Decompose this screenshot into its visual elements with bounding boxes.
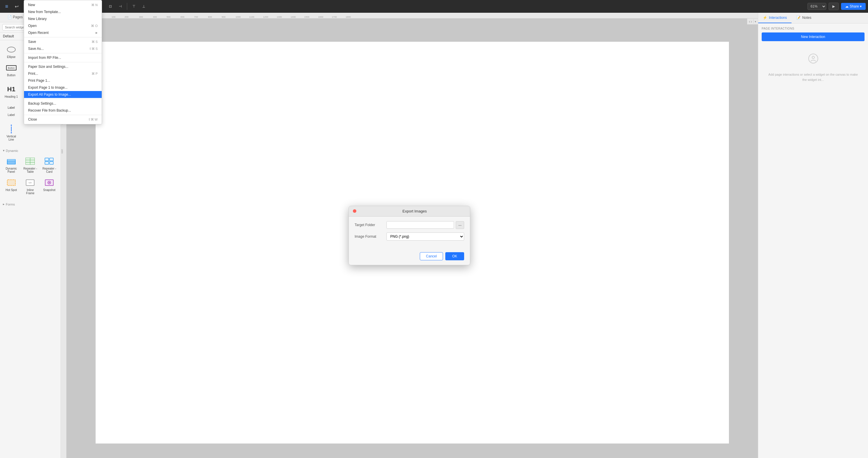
center-align[interactable]: ⊡ [106,2,115,11]
interactions-icon: ⚡ [763,16,767,20]
cancel-button[interactable]: Cancel [420,252,443,260]
dynamic-section-header[interactable]: ▾ Dynamic [0,148,61,154]
forms-section-label: Forms [6,203,15,206]
new-interaction-button[interactable]: New Interaction [762,32,865,41]
menu-item-close[interactable]: Close ⇧⌘ W [24,116,102,123]
play-button[interactable]: ▶ [829,3,839,10]
svg-rect-9 [45,158,49,161]
interactions-empty-state: Add page interactions or select a widget… [762,41,865,94]
svg-point-18 [49,182,50,183]
right-align[interactable]: ⊣ [116,2,125,11]
widget-label[interactable]: Label Label [2,101,20,121]
modal-close-button[interactable] [353,209,356,213]
interactions-empty-icon [768,53,859,69]
menu-item-new-from-template[interactable]: New from Template... [24,8,102,16]
widget-inline-frame[interactable]: </> Inline Frame [22,176,39,196]
tab-notes[interactable]: 📝 Notes [792,13,816,23]
target-folder-input[interactable] [386,221,454,229]
interactions-empty-text: Add page interactions or select a widget… [768,72,859,82]
menu-sep-2 [24,53,102,53]
modal-titlebar: Export Images [349,206,470,217]
menu-item-open-recent[interactable]: Open Recent [24,29,102,36]
toolbar-right: 61%50%61%75%100%150%200% ▶ ☁ Share ▾ [150,3,866,10]
menu-item-close-shortcut: ⇧⌘ W [88,118,98,121]
image-format-row: Image Format PNG (*.png) JPG (*.jpg) BMP… [354,233,464,241]
modal-body: Target Folder ··· Image Format PNG (*.pn… [349,217,470,249]
interactions-section: PAGE INTERACTIONS New Interaction Add pa… [758,24,868,97]
menu-item-new[interactable]: New ⌘ N [24,1,102,8]
browse-button[interactable]: ··· [456,221,464,229]
top-align[interactable]: ⊤ [129,2,138,11]
forms-section-header[interactable]: ▸ Forms [0,201,61,207]
menu-item-import-rp-label: Import from RP File... [28,56,61,60]
forms-widget-section: ▸ Forms [0,200,61,209]
menu-item-save-as[interactable]: Save As... ⇧⌘ S [24,45,102,52]
image-format-select[interactable]: PNG (*.png) JPG (*.jpg) BMP (*.bmp) SVG … [386,233,464,241]
widget-dynamic-panel[interactable]: Dynamic Panel [2,155,20,175]
menu-item-export-all-label: Export All Pages to Image... [28,92,71,96]
right-sidebar: ⚡ Interactions 📝 Notes PAGE INTERACTIONS… [758,13,868,458]
play-icon: ▶ [832,4,835,8]
notes-icon: 📝 [796,16,801,20]
widget-hot-spot[interactable]: Hot Spot [2,176,20,196]
widget-ellipse[interactable]: Ellipse [2,43,20,60]
dynamic-section-label: Dynamic [6,149,18,152]
page-interactions-title: PAGE INTERACTIONS [762,27,865,30]
widget-repeater-table[interactable]: Repeater - Table [22,155,39,175]
chevron-icon: ▾ [3,149,5,152]
menu-item-print[interactable]: Print... ⌘ P [24,70,102,77]
menu-item-save-as-label: Save As... [28,47,44,51]
tab-interactions[interactable]: ⚡ Interactions [758,13,792,23]
share-label: Share ▾ [850,4,862,8]
modal-title: Export Images [363,209,466,213]
undo-button[interactable]: ↩ [12,2,21,11]
widget-snapshot[interactable]: Snapshot [40,176,58,196]
menu-item-print-shortcut: ⌘ P [92,72,98,75]
target-folder-row: Target Folder ··· [354,221,464,229]
menu-item-new-shortcut: ⌘ N [91,3,98,7]
svg-rect-12 [50,161,53,164]
menu-sep-1 [24,37,102,37]
svg-rect-11 [45,161,49,164]
share-button[interactable]: ☁ Share ▾ [841,3,866,10]
menu-item-export-page-label: Export Page 1 to Image... [28,86,67,90]
menu-item-print-label: Print... [28,71,38,75]
widget-button[interactable]: Button Button [2,61,20,82]
menu-item-open-label: Open [28,24,36,28]
widget-vertical-line[interactable]: Vertical Line [2,123,20,143]
middle-align[interactable]: ⊥ [140,2,148,11]
ok-button[interactable]: OK [445,252,464,260]
widget-heading1[interactable]: H1 Heading 1 [2,83,20,100]
menu-item-save-as-shortcut: ⇧⌘ S [89,47,98,51]
dynamic-widget-grid: Dynamic Panel Repeater - Table [0,154,61,198]
menu-item-new-from-template-label: New from Template... [28,10,61,14]
menu-item-open-recent-label: Open Recent [28,31,49,35]
toolbar-sep-1 [23,3,24,10]
menu-item-open-shortcut: ⌘ O [91,24,98,28]
menu-item-export-page[interactable]: Export Page 1 to Image... [24,84,102,91]
export-images-dialog: Export Images Target Folder ··· Image Fo… [348,206,470,265]
menu-item-recover-backup[interactable]: Recover File from Backup... [24,107,102,114]
svg-point-20 [812,56,814,59]
svg-rect-10 [50,158,53,161]
menu-item-backup-settings-label: Backup Settings... [28,101,56,105]
menu-item-save-label: Save [28,40,36,44]
zoom-selector[interactable]: 61%50%61%75%100%150%200% [807,3,826,10]
menu-item-new-library[interactable]: New Library [24,16,102,22]
pages-icon: 📄 [7,15,12,19]
menu-item-open[interactable]: Open ⌘ O [24,22,102,29]
menu-item-save[interactable]: Save ⌘ S [24,38,102,45]
widget-repeater-card[interactable]: Repeater - Card [40,155,58,175]
menu-item-new-label: New [28,3,35,7]
menu-item-backup-settings[interactable]: Backup Settings... [24,100,102,107]
menu-sep-3 [24,62,102,62]
menu-button[interactable]: ≡ [2,2,11,11]
menu-item-export-all[interactable]: Export All Pages to Image... [24,91,102,98]
menu-item-recover-backup-label: Recover File from Backup... [28,109,71,113]
cloud-icon: ☁ [845,4,848,8]
toolbar: ≡ ↩ ↖ ✂ ⊞ ⤢ ⊟ ⊠ ⊢ ⊡ ⊣ ⊤ ⊥ 61%50%61%75%10… [0,0,868,13]
menu-item-paper-size[interactable]: Paper Size and Settings... [24,63,102,70]
menu-item-print-page[interactable]: Print Page 1... [24,77,102,84]
image-format-label: Image Format [354,235,386,239]
menu-item-import-rp[interactable]: Import from RP File... [24,54,102,61]
